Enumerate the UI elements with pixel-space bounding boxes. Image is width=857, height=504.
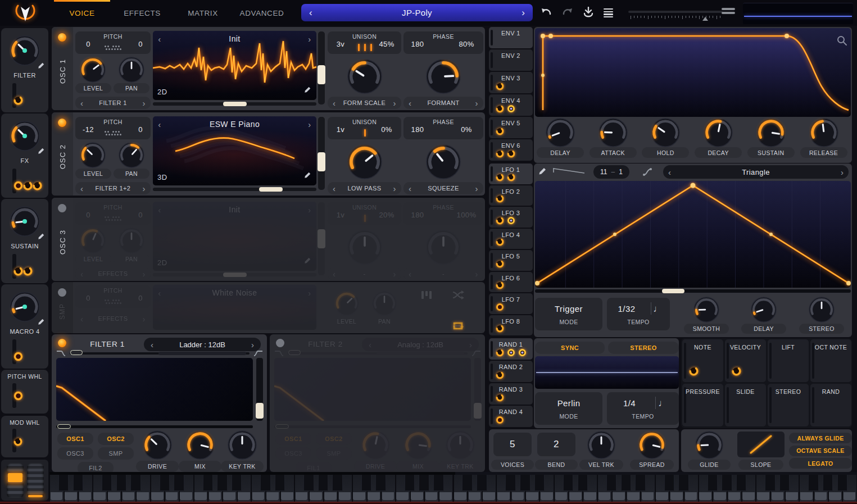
white-key-face[interactable] xyxy=(815,492,827,500)
white-key-face[interactable] xyxy=(670,492,683,500)
mod-source-slide[interactable]: SLIDE xyxy=(725,384,766,426)
next-icon[interactable]: › xyxy=(475,99,478,107)
black-key[interactable] xyxy=(405,475,415,491)
white-key-face[interactable] xyxy=(598,492,611,500)
white-key-face[interactable] xyxy=(209,492,221,500)
rand-tab-3[interactable]: RAND 3 xyxy=(489,383,533,405)
white-key-face[interactable] xyxy=(79,492,92,500)
lfo-grid-x[interactable]: 11 xyxy=(600,168,607,176)
wavetable-scroll-handle[interactable] xyxy=(259,187,283,192)
filter-model-selector[interactable]: ‹Analog : 12dB› xyxy=(362,338,479,351)
wavetable-scrollbar[interactable] xyxy=(153,188,316,191)
glide-knob[interactable] xyxy=(695,431,723,459)
lfo-tempo-value[interactable]: 1/32 xyxy=(607,303,646,314)
white-key-face[interactable] xyxy=(497,492,510,500)
undo-icon[interactable] xyxy=(540,7,552,19)
env-tab-1[interactable]: ENV 1 xyxy=(489,27,533,48)
wavetable-display[interactable]: Init‹› 2D xyxy=(153,31,316,100)
lfo-shape-selector[interactable]: ‹Triangle› xyxy=(663,165,849,179)
wavetable-edit-icon[interactable] xyxy=(303,257,311,265)
black-key[interactable] xyxy=(433,475,443,491)
filter-input-osc2[interactable]: OSC2 xyxy=(98,433,134,445)
white-key-face[interactable] xyxy=(411,492,423,500)
osc-volume-handle[interactable] xyxy=(318,65,325,84)
smp-transpose-value[interactable]: 0 xyxy=(80,293,97,302)
osc-routing-selector[interactable]: ‹FILTER 1+2› xyxy=(75,182,151,194)
black-key[interactable] xyxy=(73,475,83,491)
prev-icon[interactable]: ‹ xyxy=(80,99,83,107)
black-key[interactable] xyxy=(708,475,718,491)
lfo-tab-8[interactable]: LFO 8 xyxy=(489,315,533,336)
menu-icon[interactable] xyxy=(604,8,613,17)
white-key-face[interactable] xyxy=(296,492,308,500)
tab-advanced[interactable]: ADVANCED xyxy=(234,7,290,19)
black-key[interactable] xyxy=(260,475,270,491)
quarter-note-icon[interactable]: ♩ xyxy=(651,302,665,316)
osc-pan-knob[interactable] xyxy=(119,228,144,253)
next-icon[interactable]: › xyxy=(469,340,472,349)
osc-routing-selector[interactable]: ‹EFFECTS› xyxy=(75,267,151,280)
morph-selector[interactable]: ‹-› xyxy=(328,267,401,280)
macro-edit-icon[interactable] xyxy=(37,147,45,155)
redo-icon[interactable] xyxy=(561,7,574,19)
prev-icon[interactable]: ‹ xyxy=(409,99,411,107)
lfo-grid-y[interactable]: 1 xyxy=(619,168,623,176)
slope-display[interactable] xyxy=(737,432,785,457)
black-key[interactable] xyxy=(520,475,530,491)
black-key[interactable] xyxy=(174,475,184,491)
filter-knob-key-trk[interactable] xyxy=(446,430,475,460)
morph-selector[interactable]: ‹LOW PASS› xyxy=(328,182,401,194)
black-key[interactable] xyxy=(678,475,688,491)
osc-morph2-knob[interactable] xyxy=(426,230,461,265)
white-key-face[interactable] xyxy=(742,492,755,500)
white-key-face[interactable] xyxy=(541,492,553,500)
lfo-knob-smooth[interactable] xyxy=(693,297,719,323)
lfo-scroll-handle[interactable] xyxy=(662,289,684,293)
white-key-face[interactable] xyxy=(238,492,250,500)
white-key-face[interactable] xyxy=(223,492,235,500)
filter-input-smp[interactable]: SMP xyxy=(98,447,134,460)
phase-value[interactable]: 180 xyxy=(408,125,427,134)
save-icon[interactable] xyxy=(583,7,594,19)
next-icon[interactable]: › xyxy=(143,184,146,193)
view-mode-label[interactable]: 2D xyxy=(157,258,174,267)
unison-detune-value[interactable]: 20% xyxy=(375,210,398,219)
mod-wheel[interactable] xyxy=(27,463,44,498)
lfo-tab-1[interactable]: LFO 1 xyxy=(489,164,533,184)
osc-routing-selector[interactable]: ‹FILTER 1› xyxy=(75,97,151,109)
vital-logo[interactable] xyxy=(10,2,40,25)
white-key-face[interactable] xyxy=(786,492,798,500)
wavetable-edit-icon[interactable] xyxy=(303,86,311,94)
prev-icon[interactable]: ‹ xyxy=(80,270,83,278)
tab-voice[interactable]: VOICE xyxy=(60,7,105,19)
white-key-face[interactable] xyxy=(772,492,784,500)
black-key[interactable] xyxy=(361,475,371,491)
macro-knob-sustain[interactable] xyxy=(10,206,40,237)
env-tab-2[interactable]: ENV 2 xyxy=(489,49,533,71)
osc-volume-handle[interactable] xyxy=(318,229,325,248)
next-icon[interactable]: › xyxy=(475,184,478,193)
unison-detune-value[interactable]: 0% xyxy=(375,125,398,134)
lfo-tab-5[interactable]: LFO 5 xyxy=(489,250,533,271)
white-key-face[interactable] xyxy=(699,492,711,500)
toggle-always-glide[interactable]: ALWAYS GLIDE xyxy=(789,433,852,443)
sample-name[interactable]: White Noise xyxy=(153,288,316,297)
sample-display[interactable]: White Noise‹› xyxy=(153,285,316,330)
macro-knob-macro-4[interactable] xyxy=(10,292,40,322)
random-display[interactable] xyxy=(535,356,679,389)
phase-value[interactable]: 180 xyxy=(408,39,427,48)
black-key[interactable] xyxy=(477,475,487,491)
white-key-face[interactable] xyxy=(382,492,395,500)
prev-icon[interactable]: ‹ xyxy=(668,168,671,176)
white-key-face[interactable] xyxy=(757,492,769,500)
macro-knob-fx[interactable] xyxy=(10,121,40,151)
prev-icon[interactable]: ‹ xyxy=(333,99,335,107)
black-key[interactable] xyxy=(765,475,775,491)
filter-cutoff-handle[interactable] xyxy=(70,350,83,355)
osc-morph-knob[interactable] xyxy=(347,59,382,94)
white-key-face[interactable] xyxy=(51,492,63,500)
prev-icon[interactable]: ‹ xyxy=(409,184,411,193)
pitch-transpose-value[interactable]: 0 xyxy=(80,39,97,48)
smp-pan-knob[interactable] xyxy=(372,291,397,316)
wavetable-scroll-handle[interactable] xyxy=(223,102,247,106)
